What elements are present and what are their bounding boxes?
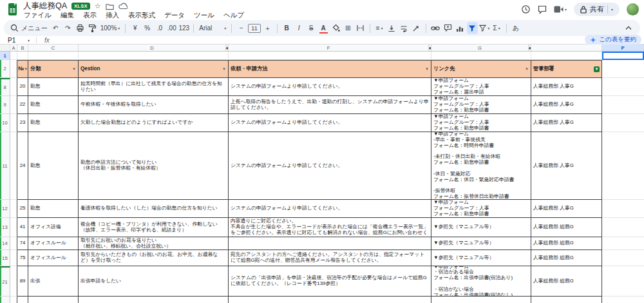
cell[interactable]	[602, 237, 644, 250]
insert-link-button[interactable]	[430, 22, 441, 34]
cell-link[interactable]: ▼申請フォーム フォームグループ：人事 フォーム名：勤怠申請書	[431, 96, 531, 114]
column-header-g[interactable]: G	[431, 44, 529, 51]
row-header[interactable]: 14	[0, 237, 10, 250]
menu-insert[interactable]: 挿入	[101, 10, 124, 21]
row-header[interactable]: 8	[0, 78, 10, 96]
cell-no[interactable]: 89	[17, 266, 28, 297]
cell[interactable]	[229, 52, 431, 60]
cell[interactable]	[602, 218, 644, 237]
cell[interactable]	[10, 297, 17, 303]
star-icon[interactable]: ☆	[95, 3, 101, 10]
column-header-dept[interactable]	[531, 44, 602, 51]
row-header[interactable]: 11	[0, 132, 10, 200]
cell[interactable]	[79, 297, 229, 303]
cell[interactable]	[10, 114, 17, 132]
vertical-align-button[interactable]	[386, 22, 397, 34]
cell-department[interactable]: 人事総務部 総務G	[531, 237, 602, 250]
cell-department[interactable]: 人事総務部 総務G	[531, 218, 602, 237]
header-no[interactable]: №▼	[17, 60, 28, 78]
header-method[interactable]: 依頼・申請方法▼	[229, 60, 431, 78]
cell[interactable]	[10, 60, 17, 78]
column-header-f[interactable]: F	[229, 44, 429, 51]
filter-icon[interactable]: ▼	[24, 66, 28, 72]
cell-question[interactable]: 欠勤した場合勤怠はどのようにすればよいですか	[79, 114, 229, 132]
font-select[interactable]: Arial▾	[198, 22, 227, 34]
cell[interactable]	[602, 78, 644, 96]
cell[interactable]	[229, 297, 431, 303]
comments-icon[interactable]	[538, 5, 547, 14]
row-header[interactable]: 2	[0, 60, 10, 78]
share-button[interactable]: 共有 ▾	[574, 3, 620, 16]
search-icon[interactable]	[10, 24, 19, 32]
row-header[interactable]: 15	[0, 250, 10, 266]
row-header[interactable]: 13	[0, 218, 10, 237]
menu-edit[interactable]: 編集	[56, 10, 79, 21]
cell[interactable]	[28, 297, 79, 303]
decrease-font-size-button[interactable]: −	[236, 22, 247, 34]
cell[interactable]	[602, 297, 644, 303]
filter-icon[interactable]: ▼	[222, 66, 226, 72]
avatar[interactable]	[627, 3, 639, 15]
cell[interactable]	[17, 297, 28, 303]
cell-link[interactable]: ▼参照先（マニュアル等）	[431, 237, 531, 250]
cell-department[interactable]: 人事総務部 人事G	[531, 132, 602, 200]
menu-data[interactable]: データ	[160, 10, 189, 21]
paint-format-button[interactable]	[87, 22, 98, 34]
menu-tools[interactable]: ツール	[189, 10, 219, 21]
menus-search-label[interactable]: メニュー	[20, 22, 49, 34]
cell-category[interactable]: 出張	[28, 266, 79, 297]
menu-help[interactable]: ヘルプ	[219, 10, 249, 21]
cell-department[interactable]: 人事総務部 人事G	[531, 78, 602, 96]
cell[interactable]	[10, 218, 17, 237]
row-header[interactable]: 1	[0, 52, 10, 60]
cell[interactable]	[531, 52, 602, 60]
cell[interactable]	[17, 52, 28, 60]
cell-question[interactable]: 複合機（コピー機・プリンタ）が利用できない、作動しない （故障、エラー表示、印字…	[79, 218, 229, 237]
move-folder-icon[interactable]	[106, 3, 114, 10]
cell-question[interactable]: 午前休暇・午後休暇を取得したい	[79, 96, 229, 114]
column-header-b[interactable]: B	[17, 44, 28, 51]
filter-icon[interactable]: ▼	[525, 66, 529, 72]
cell[interactable]	[10, 78, 17, 96]
filter-views-button[interactable]: ▾	[479, 22, 490, 34]
zoom-select[interactable]: 100%▾	[99, 22, 122, 34]
column-header-a[interactable]: A	[10, 44, 17, 51]
text-wrap-button[interactable]	[399, 22, 410, 34]
filter-icon[interactable]: ▼	[425, 66, 429, 72]
cell-method[interactable]: システムの申請フォームより申請してください。	[229, 200, 431, 218]
decrease-decimal-button[interactable]: .0	[154, 22, 165, 34]
merge-cells-button[interactable]	[355, 22, 366, 34]
cell-department[interactable]: 人事総務部 総務G	[531, 266, 602, 297]
cell-method[interactable]: システムの申請フォームより申請してください。	[229, 132, 431, 200]
summarize-table-button[interactable]: この表を要約	[585, 35, 641, 44]
cell-category[interactable]: 勤怠	[28, 96, 79, 114]
cell[interactable]	[431, 297, 531, 303]
cell-question[interactable]: 出張申請をしたい	[79, 266, 229, 297]
row-header[interactable]: 21	[0, 266, 10, 297]
cell-link[interactable]: ▼参照先（マニュアル等）	[431, 218, 531, 237]
cell-method[interactable]: システムの申請フォームより申請してください。	[229, 78, 431, 96]
insert-comment-button[interactable]	[442, 22, 453, 34]
meet-button[interactable]: ▾	[554, 6, 567, 13]
cell-no[interactable]: 20	[17, 78, 28, 96]
cell-link[interactable]: ▼申請フォーム ・宿泊がある場合 フォーム名：出張申請書(宿泊あり) ・宿泊がな…	[431, 266, 531, 297]
header-question[interactable]: Qestion▼	[79, 60, 229, 78]
increase-decimal-button[interactable]: .00	[166, 22, 177, 34]
cell[interactable]	[531, 297, 602, 303]
cell-no[interactable]: 24	[17, 132, 28, 200]
insert-chart-button[interactable]	[455, 22, 466, 34]
number-format-button[interactable]: 123	[178, 22, 189, 34]
cell[interactable]	[602, 200, 644, 218]
column-header-p[interactable]: P	[602, 44, 644, 51]
chevron-down-icon[interactable]: ▾	[611, 7, 613, 12]
cell[interactable]	[79, 52, 229, 60]
cell-question[interactable]: 始業時間前（早出）に出社して残業する場合の勤怠の仕方を知りたい	[79, 78, 229, 96]
row-header[interactable]	[0, 297, 10, 303]
cell[interactable]	[28, 52, 79, 60]
menu-view[interactable]: 表示	[79, 10, 101, 21]
cell[interactable]	[431, 52, 531, 60]
horizontal-align-select[interactable]: ≡▾	[374, 22, 385, 34]
cell[interactable]	[10, 250, 17, 266]
percent-format-button[interactable]: %	[142, 22, 153, 34]
menu-format[interactable]: 表示形式	[124, 10, 160, 21]
